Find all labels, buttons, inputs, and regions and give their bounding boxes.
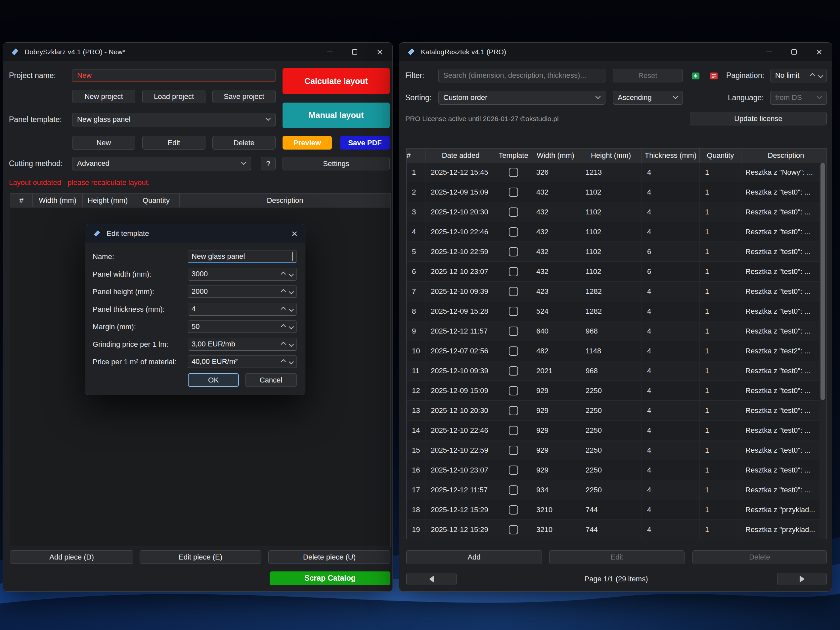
spin-down-icon[interactable]: [289, 289, 294, 294]
template-checkbox[interactable]: [509, 426, 518, 435]
titlebar-katalogresztek[interactable]: KatalogResztek v4.1 (PRO): [399, 43, 832, 61]
template-checkbox[interactable]: [509, 525, 518, 534]
table-row[interactable]: 62025-12-10 23:07432110261Resztka z "tes…: [407, 262, 826, 281]
dialog-spin-input[interactable]: 3,00 EUR/mb: [188, 338, 297, 351]
settings-button[interactable]: Settings: [283, 157, 390, 171]
col-header-description[interactable]: Description: [741, 148, 826, 162]
col-header-quantity[interactable]: Quantity: [700, 148, 741, 162]
search-input[interactable]: [438, 69, 605, 82]
dialog-spin-input[interactable]: 3000: [188, 268, 297, 281]
maximize-icon[interactable]: [782, 43, 807, 61]
table-row[interactable]: 192025-12-12 15:29321074441Resztka z "pr…: [407, 520, 826, 539]
spin-up-icon[interactable]: [281, 306, 286, 312]
catalog-scrollbar[interactable]: [819, 163, 826, 539]
pdf-export-icon[interactable]: [708, 71, 719, 81]
template-checkbox[interactable]: [509, 386, 518, 395]
reset-button[interactable]: Reset: [613, 69, 683, 82]
pagination-limit-spinner[interactable]: No limit: [770, 69, 827, 82]
project-name-input[interactable]: [72, 69, 276, 82]
table-row[interactable]: 12025-12-12 15:45326121341Resztka z "Now…: [407, 163, 826, 182]
minimize-icon[interactable]: [317, 43, 342, 61]
close-icon[interactable]: [367, 43, 392, 61]
dialog-titlebar[interactable]: Edit template: [85, 224, 305, 243]
table-row[interactable]: 92025-12-12 11:5764096841Resztka z "test…: [407, 321, 826, 341]
template-name-input[interactable]: New glass panel: [188, 250, 297, 263]
template-checkbox[interactable]: [509, 287, 518, 296]
cancel-button[interactable]: Cancel: [245, 373, 297, 387]
delete-piece-button[interactable]: Delete piece (U): [268, 550, 390, 564]
table-row[interactable]: 112025-12-10 09:39202196841Resztka z "te…: [407, 361, 826, 381]
cutting-method-select[interactable]: Advanced: [72, 157, 251, 171]
maximize-icon[interactable]: [342, 43, 367, 61]
template-checkbox[interactable]: [509, 406, 518, 415]
dialog-spin-input[interactable]: 40,00 EUR/m²: [188, 355, 297, 368]
spin-up-icon[interactable]: [281, 341, 286, 347]
table-row[interactable]: 132025-12-10 20:30929225041Resztka z "te…: [407, 401, 826, 420]
spin-down-icon[interactable]: [289, 306, 294, 312]
table-row[interactable]: 42025-12-10 22:46432110241Resztka z "tes…: [407, 222, 826, 242]
table-row[interactable]: 142025-12-10 22:46929225041Resztka z "te…: [407, 420, 826, 441]
table-row[interactable]: 32025-12-10 20:30432110241Resztka z "tes…: [407, 202, 826, 222]
table-row[interactable]: 82025-12-09 15:28524128241Resztka z "tes…: [407, 302, 826, 321]
template-checkbox[interactable]: [509, 446, 518, 455]
template-checkbox[interactable]: [509, 466, 518, 475]
spin-down-icon[interactable]: [289, 324, 294, 329]
scrap-catalog-button[interactable]: Scrap Catalog: [270, 572, 390, 585]
spin-up-icon[interactable]: [281, 324, 286, 329]
close-icon[interactable]: [284, 224, 305, 243]
spin-up-icon[interactable]: [281, 359, 286, 364]
table-row[interactable]: 152025-12-10 22:59929225041Resztka z "te…: [407, 441, 826, 460]
template-new-button[interactable]: New: [72, 136, 135, 150]
col-header-date-added[interactable]: Date added: [425, 148, 496, 162]
dialog-spin-input[interactable]: 2000: [188, 285, 297, 298]
minimize-icon[interactable]: [756, 43, 782, 61]
table-row[interactable]: 22025-12-09 15:09432110241Resztka z "tes…: [407, 182, 826, 202]
template-checkbox[interactable]: [509, 188, 518, 197]
template-checkbox[interactable]: [509, 327, 518, 336]
panel-template-select[interactable]: New glass panel: [72, 113, 276, 126]
update-license-button[interactable]: Update license: [690, 112, 827, 125]
sort-direction-select[interactable]: Ascending: [613, 91, 683, 104]
scrollbar-thumb[interactable]: [821, 163, 825, 400]
spin-up-icon[interactable]: [810, 73, 815, 78]
add-piece-button[interactable]: Add piece (D): [10, 550, 133, 564]
table-row[interactable]: 172025-12-12 11:57934225041Resztka z "te…: [407, 480, 826, 500]
col-header-height[interactable]: Height (mm): [580, 148, 642, 162]
table-row[interactable]: 52025-12-10 22:59432110261Resztka z "tes…: [407, 242, 826, 262]
spin-down-icon[interactable]: [818, 73, 823, 78]
spin-down-icon[interactable]: [289, 359, 294, 364]
preview-button[interactable]: Preview: [283, 136, 332, 150]
col-header-index[interactable]: #: [407, 148, 425, 162]
titlebar-dobryszklarz[interactable]: DobrySzklarz v4.1 (PRO) - New*: [3, 43, 392, 61]
calculate-layout-button[interactable]: Calculate layout: [283, 68, 390, 94]
template-checkbox[interactable]: [509, 168, 518, 177]
ok-button[interactable]: OK: [188, 373, 239, 387]
dialog-spin-input[interactable]: 50: [188, 320, 297, 333]
spin-down-icon[interactable]: [289, 341, 294, 347]
table-row[interactable]: 102025-12-07 02:56482114841Resztka z "te…: [407, 341, 826, 361]
table-row[interactable]: 122025-12-09 15:09929225041Resztka z "te…: [407, 381, 826, 401]
help-button[interactable]: ?: [261, 157, 276, 171]
language-select[interactable]: from DS: [770, 91, 827, 104]
template-checkbox[interactable]: [509, 247, 518, 256]
excel-export-icon[interactable]: [690, 71, 701, 81]
edit-piece-button[interactable]: Edit piece (E): [140, 550, 261, 564]
page-next-button[interactable]: [777, 573, 827, 585]
template-checkbox[interactable]: [509, 366, 518, 376]
table-row[interactable]: 182025-12-12 15:29321074441Resztka z "pr…: [407, 500, 826, 520]
template-checkbox[interactable]: [509, 227, 518, 237]
catalog-add-button[interactable]: Add: [406, 550, 542, 564]
save-pdf-button[interactable]: Save PDF: [340, 136, 390, 150]
table-row[interactable]: 72025-12-10 09:39423128241Resztka z "tes…: [407, 281, 826, 302]
col-header-width[interactable]: Width (mm): [531, 148, 580, 162]
template-checkbox[interactable]: [509, 505, 518, 515]
sorting-select[interactable]: Custom order: [438, 91, 605, 104]
template-checkbox[interactable]: [509, 485, 518, 495]
template-edit-button[interactable]: Edit: [142, 136, 205, 150]
catalog-edit-button[interactable]: Edit: [549, 550, 685, 564]
template-checkbox[interactable]: [509, 307, 518, 316]
col-header-thickness[interactable]: Thickness (mm): [642, 148, 700, 162]
template-delete-button[interactable]: Delete: [212, 136, 276, 150]
table-row[interactable]: 162025-12-10 23:07929225041Resztka z "te…: [407, 460, 826, 480]
spin-down-icon[interactable]: [289, 271, 294, 276]
